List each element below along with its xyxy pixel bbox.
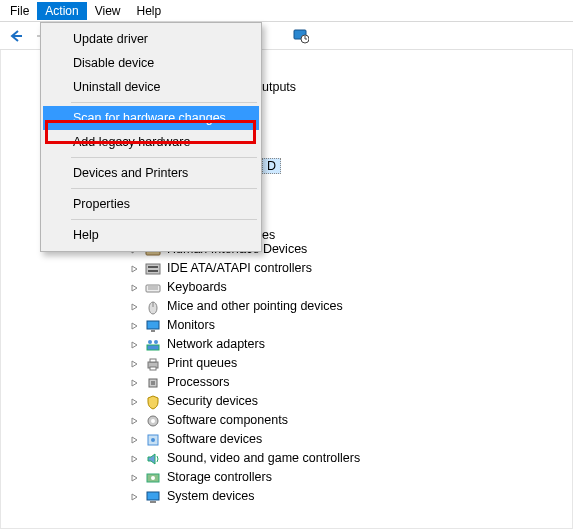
- chevron-right-icon[interactable]: [129, 282, 141, 294]
- svg-rect-20: [150, 367, 156, 370]
- svg-rect-6: [148, 266, 158, 268]
- chevron-right-icon[interactable]: [129, 491, 141, 503]
- toolbar-refresh-button[interactable]: [289, 25, 313, 47]
- tree-item-label: Sound, video and game controllers: [165, 449, 362, 468]
- svg-rect-15: [147, 345, 159, 350]
- speaker-icon: [145, 451, 161, 467]
- menu-separator: [71, 188, 257, 189]
- menu-item-scan-hardware-changes[interactable]: Scan for hardware changes: [43, 106, 259, 130]
- tree-item-label: Mice and other pointing devices: [165, 297, 345, 316]
- tree-item-label: System devices: [165, 487, 257, 506]
- menu-item-properties[interactable]: Properties: [43, 192, 259, 216]
- tree-item-label: Monitors: [165, 316, 217, 335]
- svg-rect-19: [150, 359, 156, 362]
- monitor-icon: [145, 318, 161, 334]
- svg-point-26: [151, 438, 155, 442]
- chevron-right-icon[interactable]: [129, 434, 141, 446]
- tree-item-label: Software devices: [165, 430, 264, 449]
- svg-rect-7: [148, 270, 158, 272]
- tree-item-label: Print queues: [165, 354, 239, 373]
- tree-item-label: Software components: [165, 411, 290, 430]
- tree-item-label: Processors: [165, 373, 232, 392]
- menu-item-add-legacy-hardware[interactable]: Add legacy hardware: [43, 130, 259, 154]
- chevron-right-icon[interactable]: [129, 339, 141, 351]
- tree-item-label: Security devices: [165, 392, 260, 411]
- tree-item-security[interactable]: Security devices: [129, 392, 572, 411]
- monitor-icon: [293, 28, 309, 44]
- menu-separator: [71, 102, 257, 103]
- action-menu-dropdown: Update driver Disable device Uninstall d…: [40, 22, 262, 252]
- shield-icon: [145, 394, 161, 410]
- menu-item-disable-device[interactable]: Disable device: [43, 51, 259, 75]
- menu-view[interactable]: View: [87, 2, 129, 20]
- chevron-right-icon[interactable]: [129, 301, 141, 313]
- svg-point-28: [151, 476, 155, 480]
- tree-item-sound[interactable]: Sound, video and game controllers: [129, 449, 572, 468]
- menu-separator: [71, 157, 257, 158]
- printer-icon: [145, 356, 161, 372]
- tree-item-printqueues[interactable]: Print queues: [129, 354, 572, 373]
- menu-item-uninstall-device[interactable]: Uninstall device: [43, 75, 259, 99]
- svg-rect-14: [151, 330, 155, 332]
- chevron-right-icon[interactable]: [129, 396, 141, 408]
- svg-rect-30: [150, 501, 156, 503]
- tree-item-label: IDE ATA/ATAPI controllers: [165, 259, 314, 278]
- chevron-right-icon[interactable]: [129, 453, 141, 465]
- arrow-left-icon: [8, 28, 24, 44]
- chevron-right-icon[interactable]: [129, 472, 141, 484]
- menu-item-devices-and-printers[interactable]: Devices and Printers: [43, 161, 259, 185]
- svg-point-24: [151, 419, 155, 423]
- storage-icon: [145, 470, 161, 486]
- tree-item-network[interactable]: Network adapters: [129, 335, 572, 354]
- tree-item-monitors[interactable]: Monitors: [129, 316, 572, 335]
- tree-item-ide[interactable]: IDE ATA/ATAPI controllers: [129, 259, 572, 278]
- svg-rect-5: [146, 264, 160, 274]
- gear-icon: [145, 432, 161, 448]
- menubar: File Action View Help: [0, 0, 573, 22]
- tree-item-storage[interactable]: Storage controllers: [129, 468, 572, 487]
- svg-rect-29: [147, 492, 159, 500]
- gear-icon: [145, 413, 161, 429]
- tree-item-software-devices[interactable]: Software devices: [129, 430, 572, 449]
- menu-action[interactable]: Action: [37, 2, 86, 20]
- tree-item-processors[interactable]: Processors: [129, 373, 572, 392]
- menu-separator: [71, 219, 257, 220]
- svg-rect-22: [151, 381, 155, 385]
- tree-item-label: Storage controllers: [165, 468, 274, 487]
- menu-item-help[interactable]: Help: [43, 223, 259, 247]
- svg-point-17: [154, 340, 158, 344]
- cpu-icon: [145, 375, 161, 391]
- chevron-right-icon[interactable]: [129, 263, 141, 275]
- menu-help[interactable]: Help: [129, 2, 170, 20]
- menu-item-update-driver[interactable]: Update driver: [43, 27, 259, 51]
- svg-rect-13: [147, 321, 159, 329]
- device-tree: Human Interface Devices IDE ATA/ATAPI co…: [129, 240, 572, 506]
- tree-item-mice[interactable]: Mice and other pointing devices: [129, 297, 572, 316]
- keyboard-icon: [145, 280, 161, 296]
- tree-item-system[interactable]: System devices: [129, 487, 572, 506]
- menu-file[interactable]: File: [2, 2, 37, 20]
- tree-item-label: Keyboards: [165, 278, 229, 297]
- tree-item-label: Network adapters: [165, 335, 267, 354]
- chevron-right-icon[interactable]: [129, 415, 141, 427]
- nav-back-button[interactable]: [4, 25, 28, 47]
- computer-icon: [145, 489, 161, 505]
- chevron-right-icon[interactable]: [129, 377, 141, 389]
- chevron-right-icon[interactable]: [129, 358, 141, 370]
- chevron-right-icon[interactable]: [129, 320, 141, 332]
- tree-item-software-components[interactable]: Software components: [129, 411, 572, 430]
- tree-item-keyboards[interactable]: Keyboards: [129, 278, 572, 297]
- svg-point-16: [148, 340, 152, 344]
- ide-icon: [145, 261, 161, 277]
- network-icon: [145, 337, 161, 353]
- mouse-icon: [145, 299, 161, 315]
